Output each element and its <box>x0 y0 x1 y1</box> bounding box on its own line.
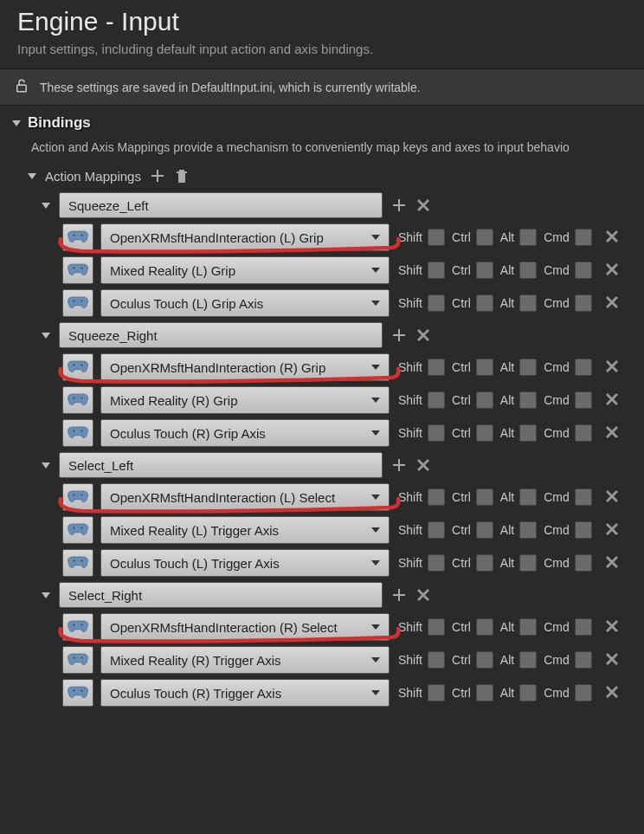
cmd-checkbox[interactable] <box>575 262 592 279</box>
input-device-icon-button[interactable] <box>62 646 93 674</box>
key-dropdown[interactable]: Oculus Touch (L) Grip Axis <box>100 289 390 317</box>
shift-checkbox[interactable] <box>428 521 445 539</box>
input-device-icon-button[interactable] <box>62 256 93 284</box>
alt-checkbox[interactable] <box>519 521 537 539</box>
action-name-input[interactable] <box>59 582 383 608</box>
cmd-checkbox[interactable] <box>575 359 592 376</box>
remove-binding-button[interactable] <box>606 651 618 669</box>
shift-checkbox[interactable] <box>428 618 445 636</box>
cmd-checkbox[interactable] <box>575 684 592 701</box>
key-dropdown[interactable]: OpenXRMsftHandInteraction (L) Grip <box>100 223 390 251</box>
remove-binding-button[interactable] <box>606 359 618 377</box>
ctrl-checkbox[interactable] <box>476 262 493 279</box>
alt-checkbox[interactable] <box>519 229 537 246</box>
alt-checkbox[interactable] <box>519 294 537 312</box>
cmd-checkbox[interactable] <box>575 488 592 506</box>
shift-checkbox[interactable] <box>428 424 445 442</box>
add-binding-button[interactable] <box>391 327 407 343</box>
ctrl-checkbox[interactable] <box>476 488 493 506</box>
input-device-icon-button[interactable] <box>62 549 93 577</box>
remove-binding-button[interactable] <box>606 554 618 572</box>
ctrl-checkbox[interactable] <box>476 684 493 701</box>
remove-binding-button[interactable] <box>606 391 618 410</box>
remove-binding-button[interactable] <box>606 424 618 443</box>
shift-checkbox[interactable] <box>428 229 445 246</box>
key-dropdown[interactable]: Oculus Touch (R) Trigger Axis <box>100 679 390 707</box>
ctrl-checkbox[interactable] <box>476 651 493 669</box>
input-device-icon-button[interactable] <box>62 613 93 641</box>
collapse-toggle-icon[interactable] <box>42 462 50 469</box>
shift-checkbox[interactable] <box>428 488 445 506</box>
key-dropdown[interactable]: Oculus Touch (L) Trigger Axis <box>100 549 390 577</box>
key-dropdown[interactable]: Oculus Touch (R) Grip Axis <box>100 419 390 447</box>
ctrl-checkbox[interactable] <box>476 521 493 539</box>
collapse-toggle-icon[interactable] <box>42 592 50 598</box>
input-device-icon-button[interactable] <box>62 516 93 544</box>
action-name-input[interactable] <box>59 452 383 478</box>
input-device-icon-button[interactable] <box>62 483 93 511</box>
remove-binding-button[interactable] <box>606 488 618 507</box>
alt-checkbox[interactable] <box>519 554 537 572</box>
input-device-icon-button[interactable] <box>62 386 93 414</box>
cmd-checkbox[interactable] <box>575 651 592 669</box>
key-dropdown[interactable]: Mixed Reality (L) Trigger Axis <box>100 516 390 544</box>
key-dropdown[interactable]: OpenXRMsftHandInteraction (R) Select <box>100 613 390 641</box>
shift-checkbox[interactable] <box>428 262 445 279</box>
ctrl-checkbox[interactable] <box>476 229 493 246</box>
key-dropdown[interactable]: Mixed Reality (R) Grip <box>100 386 390 414</box>
collapse-toggle-icon[interactable] <box>42 333 50 339</box>
alt-checkbox[interactable] <box>519 262 537 279</box>
cmd-checkbox[interactable] <box>575 391 592 409</box>
alt-checkbox[interactable] <box>519 618 537 636</box>
remove-binding-button[interactable] <box>606 229 618 247</box>
remove-action-button[interactable] <box>415 457 431 473</box>
alt-checkbox[interactable] <box>519 684 537 701</box>
shift-checkbox[interactable] <box>428 294 445 312</box>
cmd-checkbox[interactable] <box>575 618 592 636</box>
input-device-icon-button[interactable] <box>62 419 93 447</box>
shift-checkbox[interactable] <box>428 651 445 669</box>
ctrl-checkbox[interactable] <box>476 554 493 572</box>
shift-checkbox[interactable] <box>428 554 445 572</box>
alt-checkbox[interactable] <box>519 359 537 376</box>
shift-checkbox[interactable] <box>428 684 445 701</box>
alt-checkbox[interactable] <box>519 488 537 506</box>
input-device-icon-button[interactable] <box>62 679 93 707</box>
clear-mappings-button[interactable] <box>174 168 190 184</box>
ctrl-checkbox[interactable] <box>476 424 493 442</box>
remove-binding-button[interactable] <box>606 521 618 540</box>
ctrl-checkbox[interactable] <box>476 618 493 636</box>
add-binding-button[interactable] <box>391 587 407 603</box>
remove-binding-button[interactable] <box>606 684 618 702</box>
alt-checkbox[interactable] <box>519 424 537 442</box>
alt-checkbox[interactable] <box>519 651 537 669</box>
key-dropdown[interactable]: Mixed Reality (L) Grip <box>100 256 390 284</box>
remove-binding-button[interactable] <box>606 618 618 637</box>
cmd-checkbox[interactable] <box>575 554 592 572</box>
ctrl-checkbox[interactable] <box>476 294 493 312</box>
ctrl-checkbox[interactable] <box>476 391 493 409</box>
remove-action-button[interactable] <box>415 587 431 603</box>
collapse-toggle-icon[interactable] <box>12 120 21 126</box>
key-dropdown[interactable]: OpenXRMsftHandInteraction (R) Grip <box>100 353 390 381</box>
shift-checkbox[interactable] <box>428 391 445 409</box>
alt-checkbox[interactable] <box>519 391 537 409</box>
collapse-toggle-icon[interactable] <box>42 203 50 209</box>
action-name-input[interactable] <box>59 192 383 218</box>
remove-binding-button[interactable] <box>606 262 618 280</box>
ctrl-checkbox[interactable] <box>476 359 493 376</box>
remove-binding-button[interactable] <box>606 294 618 313</box>
cmd-checkbox[interactable] <box>575 229 592 246</box>
add-binding-button[interactable] <box>391 197 407 213</box>
remove-action-button[interactable] <box>415 327 431 343</box>
cmd-checkbox[interactable] <box>575 521 592 539</box>
add-binding-button[interactable] <box>391 457 407 473</box>
key-dropdown[interactable]: Mixed Reality (R) Trigger Axis <box>100 646 390 674</box>
remove-action-button[interactable] <box>415 197 431 213</box>
action-name-input[interactable] <box>59 322 383 348</box>
collapse-toggle-icon[interactable] <box>28 173 36 179</box>
input-device-icon-button[interactable] <box>62 353 93 381</box>
cmd-checkbox[interactable] <box>575 424 592 442</box>
cmd-checkbox[interactable] <box>575 294 592 312</box>
input-device-icon-button[interactable] <box>62 223 93 251</box>
